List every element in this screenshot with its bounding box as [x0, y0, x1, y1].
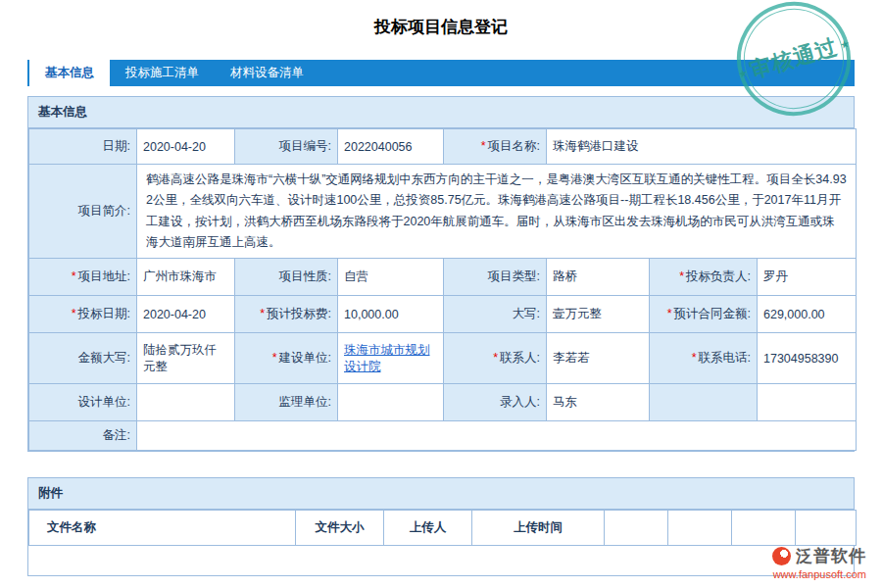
attachments-table: 文件名称 文件大小 上传人 上传时间: [28, 510, 857, 575]
attachments-panel: 附件 文件名称 文件大小 上传人 上传时间: [27, 477, 855, 576]
tab-basic-info[interactable]: 基本信息: [29, 60, 110, 86]
label-project-nature: 项目性质:: [235, 259, 338, 296]
attach-header-empty: [605, 511, 668, 546]
required-mark: *: [667, 307, 672, 320]
attachments-section-title: 附件: [28, 478, 854, 510]
label-project-address: *项目地址:: [29, 259, 137, 296]
empty-label-cell: [650, 384, 758, 421]
value-amount-in-words: 陆拾贰万玖仟元整: [137, 333, 235, 384]
label-supervision-unit: 监理单位:: [235, 384, 338, 421]
label-amount-in-words: 金额大写:: [29, 333, 137, 384]
required-mark: *: [72, 270, 76, 283]
value-remark: [137, 421, 857, 451]
value-project-type: 路桥: [547, 259, 650, 296]
attach-header-empty: [796, 511, 857, 546]
label-project-type: 项目类型:: [444, 259, 547, 296]
label-recorder: 录入人:: [444, 384, 547, 421]
label-contact-person: *联系人:: [444, 333, 547, 384]
basic-info-panel: 基本信息 日期: 2020-04-20 项目编号: 2022040056 *项目…: [27, 96, 855, 452]
required-mark: *: [260, 307, 265, 320]
tab-bar: 基本信息 投标施工清单 材料设备清单: [27, 60, 855, 86]
label-bid-leader: *投标负责人:: [650, 259, 758, 296]
value-design-unit: [137, 384, 235, 421]
tab-bid-construction-list[interactable]: 投标施工清单: [110, 60, 215, 86]
basic-info-table: 日期: 2020-04-20 项目编号: 2022040056 *项目名称: 珠…: [28, 128, 857, 451]
label-remark: 备注:: [29, 421, 137, 451]
value-date: 2020-04-20: [137, 129, 235, 165]
value-contact-phone: 17304958390: [758, 333, 857, 384]
value-bid-date: 2020-04-20: [137, 296, 235, 333]
attach-header-uploader: 上传人: [384, 511, 472, 546]
attach-header-upload-time: 上传时间: [472, 511, 605, 546]
required-mark: *: [481, 139, 486, 153]
vendor-branding: 泛普软件 www.fanpusoft.com: [772, 545, 866, 580]
vendor-name: 泛普软件: [796, 545, 866, 567]
label-project-no: 项目编号:: [235, 129, 338, 165]
attach-header-file-name: 文件名称: [29, 511, 296, 546]
value-bid-leader: 罗丹: [758, 259, 857, 296]
label-design-unit: 设计单位:: [29, 384, 137, 421]
value-project-nature: 自营: [338, 259, 444, 296]
attachments-empty-row: [29, 546, 857, 575]
label-estimated-bid-fee: *预计投标费:: [235, 296, 338, 333]
label-construction-unit: *建设单位:: [235, 333, 338, 384]
tab-material-equipment-list[interactable]: 材料设备清单: [215, 60, 319, 86]
label-estimated-contract-amount: *预计合同金额:: [650, 296, 758, 333]
required-mark: *: [692, 351, 697, 365]
fanpu-logo-icon: [772, 547, 791, 565]
label-bid-date: *投标日期:: [29, 296, 137, 333]
label-date: 日期:: [29, 129, 137, 165]
value-estimated-bid-fee: 10,000.00: [338, 296, 444, 333]
basic-info-section-title: 基本信息: [28, 97, 854, 128]
value-project-no: 2022040056: [338, 129, 444, 165]
required-mark: *: [72, 307, 76, 320]
value-project-address: 广州市珠海市: [137, 259, 235, 296]
empty-value-cell: [758, 384, 857, 421]
label-project-summary: 项目简介:: [29, 165, 137, 259]
value-recorder: 马东: [547, 384, 650, 421]
value-construction-unit: 珠海市城市规划设计院: [338, 333, 444, 384]
vendor-url[interactable]: www.fanpusoft.com: [772, 568, 866, 580]
construction-unit-link[interactable]: 珠海市城市规划设计院: [344, 343, 430, 373]
value-supervision-unit: [338, 384, 444, 421]
value-project-summary: 鹤港高速公路是珠海市“六横十纵”交通网络规划中东西方向的主干道之一，是粤港澳大湾…: [137, 165, 857, 259]
attach-header-empty: [732, 511, 796, 546]
required-mark: *: [272, 351, 277, 365]
attach-header-empty: [668, 511, 732, 546]
label-project-name: *项目名称:: [444, 129, 547, 165]
label-contact-phone: *联系电话:: [650, 333, 758, 384]
required-mark: *: [679, 270, 684, 283]
value-contact-person: 李若若: [547, 333, 650, 384]
label-fee-in-words: 大写:: [444, 296, 547, 333]
value-project-name: 珠海鹤港口建设: [547, 129, 857, 165]
attach-header-file-size: 文件大小: [296, 511, 384, 546]
value-estimated-contract-amount: 629,000.00: [758, 296, 857, 333]
required-mark: *: [493, 351, 498, 365]
value-fee-in-words: 壹万元整: [547, 296, 650, 333]
